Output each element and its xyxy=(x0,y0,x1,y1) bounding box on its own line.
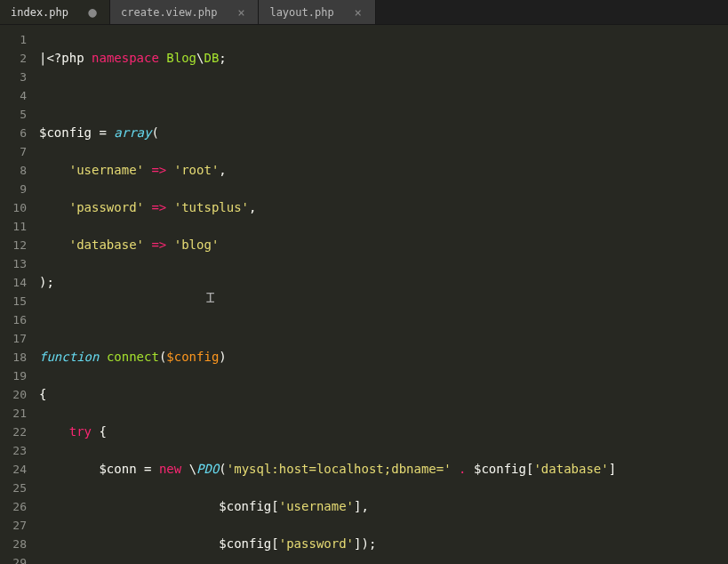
tab-label: create.view.php xyxy=(121,6,217,19)
tab-label: layout.php xyxy=(269,6,333,19)
line-number: 13 xyxy=(4,254,27,273)
line-number: 2 xyxy=(4,49,27,68)
line-number: 8 xyxy=(4,161,27,180)
line-number: 26 xyxy=(4,497,27,516)
tab-layout-php[interactable]: layout.php × xyxy=(259,0,375,24)
line-number: 28 xyxy=(4,535,27,553)
line-number: 18 xyxy=(4,348,27,367)
line-number: 29 xyxy=(4,553,27,564)
code-line: $config = array( xyxy=(39,124,728,142)
line-number: 7 xyxy=(4,142,27,161)
tab-label: index.php xyxy=(11,6,68,19)
line-number: 12 xyxy=(4,236,27,254)
line-number: 3 xyxy=(4,68,27,86)
line-number: 4 xyxy=(4,86,27,105)
close-icon[interactable]: × xyxy=(352,5,364,20)
code-line: try { xyxy=(39,423,728,441)
code-area[interactable]: |<?php namespace Blog\DB; $config = arra… xyxy=(34,25,728,564)
line-number: 9 xyxy=(4,180,27,198)
text-cursor-icon: Ꮖ xyxy=(206,289,215,308)
line-number: 6 xyxy=(4,124,27,142)
tab-bar: index.php ● create.view.php × layout.php… xyxy=(0,0,728,25)
line-number: 25 xyxy=(4,479,27,497)
line-number: 16 xyxy=(4,310,27,329)
tab-index-php[interactable]: index.php ● xyxy=(0,0,110,24)
line-number-gutter: 1 2 3 4 5 6 7 8 9 10 11 12 13 14 15 16 1… xyxy=(0,25,34,564)
code-line: { xyxy=(39,385,728,404)
code-line: |<?php namespace Blog\DB; xyxy=(39,49,728,68)
code-line: $config['username'], xyxy=(39,497,728,516)
code-line xyxy=(39,310,728,329)
tab-create-view-php[interactable]: create.view.php × xyxy=(110,0,259,24)
line-number: 17 xyxy=(4,329,27,348)
code-line: 'password' => 'tutsplus', xyxy=(39,198,728,217)
code-line: function connect($config) xyxy=(39,348,728,367)
line-number: 22 xyxy=(4,423,27,441)
line-number: 11 xyxy=(4,217,27,236)
line-number: 1 xyxy=(4,30,27,49)
code-line: ); xyxy=(39,273,728,292)
close-icon[interactable]: × xyxy=(235,5,247,20)
dirty-icon[interactable]: ● xyxy=(86,4,99,20)
code-line: 'username' => 'root', xyxy=(39,161,728,180)
code-line xyxy=(39,86,728,105)
editor: 1 2 3 4 5 6 7 8 9 10 11 12 13 14 15 16 1… xyxy=(0,25,728,564)
code-line: $conn = new \PDO('mysql:host=localhost;d… xyxy=(39,460,728,479)
code-line: 'database' => 'blog' xyxy=(39,236,728,254)
line-number: 21 xyxy=(4,404,27,423)
line-number: 14 xyxy=(4,273,27,292)
line-number: 10 xyxy=(4,198,27,217)
line-number: 15 xyxy=(4,292,27,310)
line-number: 24 xyxy=(4,460,27,479)
line-number: 5 xyxy=(4,105,27,124)
line-number: 27 xyxy=(4,516,27,535)
code-line: $config['password']); xyxy=(39,535,728,553)
line-number: 19 xyxy=(4,367,27,385)
line-number: 20 xyxy=(4,385,27,404)
line-number: 23 xyxy=(4,441,27,460)
